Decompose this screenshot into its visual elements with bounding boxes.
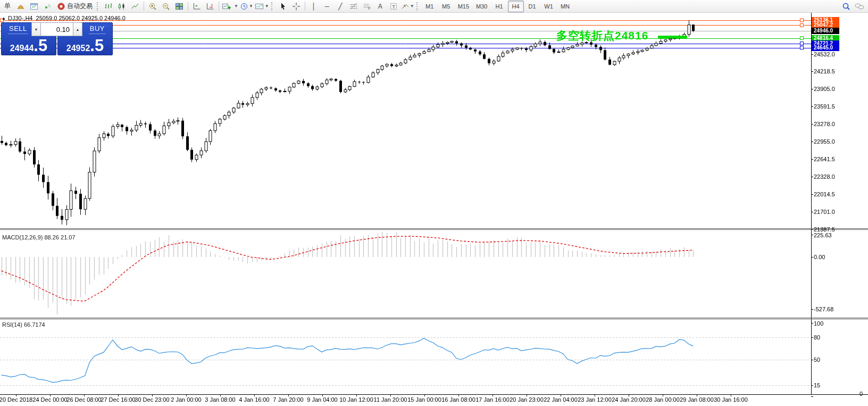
search-icon[interactable]	[840, 1, 853, 12]
tab-timeframe-w1[interactable]: W1	[541, 1, 557, 12]
cursor-tool-icon[interactable]	[277, 1, 289, 12]
tab-timeframe-d1[interactable]: D1	[524, 1, 540, 12]
tab-timeframe-m30[interactable]: M30	[473, 1, 490, 12]
chart-title: DJ30-,H4 25059.0 25062.0 24925.0 24946.0	[8, 15, 126, 21]
time-axis-label: 20 Dec 2018	[0, 396, 32, 403]
price-axis-tick: 22328.0	[814, 173, 835, 180]
vertical-line-tool-icon[interactable]: │	[307, 1, 320, 12]
price-level-tag: 24946.0	[812, 28, 839, 34]
chart-annotation-text[interactable]: 多空转折点24816	[556, 28, 648, 43]
time-axis-label: 26 Dec 08:00	[66, 396, 101, 403]
time-axis-label: 16 Jan 08:00	[441, 396, 475, 403]
zoom-out-icon[interactable]	[160, 1, 172, 12]
price-axis-tick: 21387.5	[814, 226, 835, 233]
toolbar-grip	[97, 2, 99, 11]
volume-spinner: ▼ 0.10 ▲	[31, 22, 82, 36]
time-axis-label: 20 Jan 23:00	[510, 396, 544, 403]
chat-icon[interactable]	[853, 1, 866, 12]
macd-axis-tick: 0.00	[814, 254, 825, 260]
price-level-tag[interactable]: 24645.0	[812, 45, 839, 51]
sell-price-int: 24944	[10, 44, 34, 53]
dropdown-arrow-icon: ▼	[265, 4, 269, 9]
tab-timeframe-m5[interactable]: M5	[438, 1, 454, 12]
rsi-axis-tick: 100	[814, 320, 823, 327]
time-axis-label: 22 Jan 04:00	[544, 396, 578, 403]
time-axis-label: 10 Jan 12:00	[339, 396, 373, 403]
dropdown-arrow-icon: ▼	[249, 4, 253, 9]
sell-label: SELL	[8, 24, 28, 34]
new-order-button[interactable]: 单	[1, 1, 14, 12]
tab-timeframe-m15[interactable]: M15	[455, 1, 472, 12]
candlestick-mode-icon[interactable]	[115, 1, 128, 12]
add-indicator-button[interactable]: ▼	[221, 1, 239, 12]
volume-increase-button[interactable]: ▲	[73, 22, 82, 36]
macd-axis-tick: -527.68	[814, 306, 833, 312]
trading-platform-window: 单 自动交易 ▼ ▼ ▼ │ ─ ╱ F A T ▼ M	[0, 0, 868, 406]
arrows-tool-button[interactable]: ▼	[400, 1, 415, 12]
sell-price-frac: .5	[34, 38, 47, 54]
text-tool-icon[interactable]: A	[374, 1, 387, 12]
auto-scroll-icon[interactable]	[190, 1, 203, 12]
one-click-collapse-icon[interactable]: ▲	[2, 16, 6, 21]
line-chart-mode-icon[interactable]	[129, 1, 141, 12]
svg-text:F: F	[368, 6, 370, 10]
tab-timeframe-mn[interactable]: MN	[557, 1, 573, 12]
toolbar-separator	[305, 2, 305, 11]
buy-label: BUY	[89, 24, 106, 34]
time-axis-label: 29 Jan 08:00	[680, 396, 714, 403]
main-toolbar: 单 自动交易 ▼ ▼ ▼ │ ─ ╱ F A T ▼ M	[0, 0, 868, 13]
tab-timeframe-h4[interactable]: H4	[508, 1, 524, 12]
price-axis-tick: 23278.0	[814, 121, 835, 127]
dropdown-arrow-icon: ▼	[410, 4, 414, 9]
tab-timeframe-m1[interactable]: M1	[422, 1, 438, 12]
tile-windows-icon[interactable]	[173, 1, 186, 12]
time-axis-label: 30 Dec 23:00	[135, 396, 169, 403]
gold-ingots-icon[interactable]	[14, 1, 27, 12]
timeframe-bar: M1M5M15M30H1H4D1W1MN	[422, 1, 573, 12]
label-tool-icon[interactable]: T	[387, 1, 400, 12]
time-axis-label: 9 Jan 04:00	[307, 396, 338, 403]
toolbar-separator	[188, 2, 188, 11]
autotrade-label: 自动交易	[67, 2, 93, 11]
chart-shift-icon[interactable]	[204, 1, 216, 12]
signals-icon[interactable]	[41, 1, 54, 12]
chart-window-icon[interactable]	[28, 1, 40, 12]
time-axis-label: 27 Dec 16:00	[101, 396, 135, 403]
bar-chart-mode-icon[interactable]	[102, 1, 115, 12]
time-axis-label: 4 Jan 16:00	[239, 396, 270, 403]
buy-price-frac: .5	[90, 38, 104, 54]
chart-canvas[interactable]	[0, 0, 868, 406]
templates-button[interactable]: ▼	[254, 1, 270, 12]
annotation-line-segment[interactable]	[658, 36, 687, 38]
toolbar-grip	[416, 2, 419, 11]
time-axis-label: 30 Jan 16:00	[714, 396, 748, 403]
time-axis-label: 24 Dec 00:00	[32, 396, 67, 403]
macd-axis-tick: 225.63	[814, 232, 832, 238]
periods-button[interactable]: ▼	[239, 1, 254, 12]
macd-indicator-label: MACD(12,26,9) 88.26 21.07	[2, 234, 76, 241]
time-axis-label: 28 Jan 00:00	[646, 396, 680, 403]
autotrade-button[interactable]: 自动交易	[54, 1, 95, 12]
time-axis-label: 3 Jan 08:00	[205, 396, 236, 403]
volume-input[interactable]: 0.10	[41, 22, 73, 36]
channels-tool-icon[interactable]: F	[361, 1, 373, 12]
trendline-tool-icon[interactable]: ╱	[334, 1, 347, 12]
autotrade-icon	[57, 2, 65, 11]
zoom-in-icon[interactable]	[146, 1, 159, 12]
crosshair-tool-icon[interactable]	[290, 1, 303, 12]
price-axis-tick: 22955.0	[814, 138, 835, 145]
horizontal-line-tool-icon[interactable]: ─	[321, 1, 333, 12]
price-axis-tick: 22014.5	[814, 191, 835, 197]
time-axis-label: 23 Jan 12:00	[578, 396, 612, 403]
one-click-trading-panel: SELL 24944.5 BUY 24952.5 ▼ 0.10 ▲	[1, 22, 113, 55]
toolbar-grip	[271, 2, 274, 11]
price-axis-tick: 23591.5	[814, 103, 835, 110]
tab-timeframe-h1[interactable]: H1	[491, 1, 507, 12]
time-axis-label: 24 Jan 20:00	[612, 396, 646, 403]
rsi-indicator-label: RSI(14) 66.7174	[2, 321, 45, 328]
rsi-axis-tick: 15	[814, 382, 820, 388]
volume-decrease-button[interactable]: ▼	[31, 22, 41, 36]
chart-ohlc-values: 25059.0 25062.0 24925.0 24946.0	[36, 15, 126, 21]
fibonacci-tool-icon[interactable]	[347, 1, 360, 12]
price-axis-tick: 22641.5	[814, 156, 835, 162]
